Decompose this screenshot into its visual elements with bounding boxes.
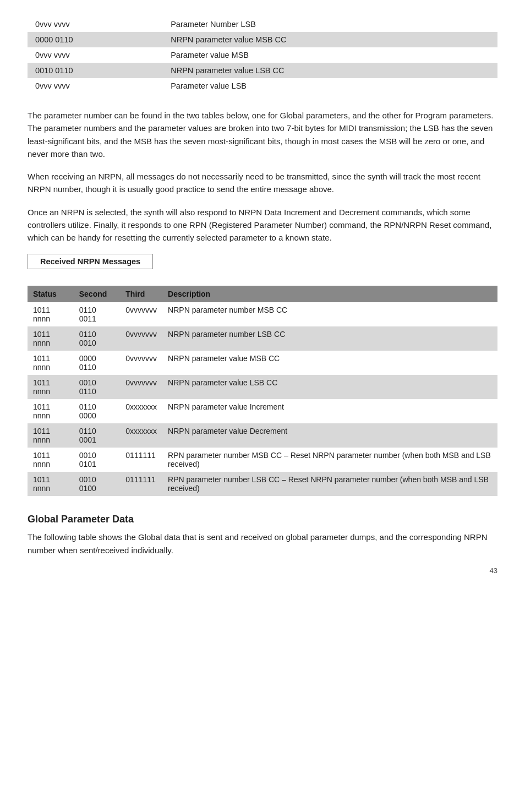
nrpn-cell-second: 0010 0101 — [74, 448, 121, 472]
nrpn-cell-desc: NRPN parameter value Increment — [162, 399, 497, 423]
body-paragraph: Once an NRPN is selected, the synth will… — [28, 206, 497, 244]
nrpn-cell-desc: RPN parameter number LSB CC – Reset NRPN… — [162, 472, 497, 496]
nrpn-cell-status: 1011 nnnn — [28, 472, 74, 496]
nrpn-cell-desc: NRPN parameter value LSB CC — [162, 375, 497, 399]
top-table-col2: NRPN parameter value MSB CC — [163, 32, 497, 47]
nrpn-cell-status: 1011 nnnn — [28, 448, 74, 472]
nrpn-cell-status: 1011 nnnn — [28, 375, 74, 399]
nrpn-cell-desc: NRPN parameter number MSB CC — [162, 302, 497, 326]
top-table-col1: 0000 0110 — [28, 32, 163, 47]
nrpn-cell-second: 0110 0011 — [74, 302, 121, 326]
nrpn-cell-second: 0010 0110 — [74, 375, 121, 399]
nrpn-cell-status: 1011 nnnn — [28, 351, 74, 375]
nrpn-table-row: 1011 nnnn0110 00100vvvvvvvNRPN parameter… — [28, 326, 497, 351]
body-paragraph: The parameter number can be found in the… — [28, 109, 497, 160]
nrpn-cell-status: 1011 nnnn — [28, 326, 74, 351]
nrpn-table-header: Status — [28, 286, 74, 302]
nrpn-cell-third: 0vvvvvvv — [120, 375, 162, 399]
nrpn-table: StatusSecondThirdDescription 1011 nnnn01… — [28, 286, 497, 496]
nrpn-cell-status: 1011 nnnn — [28, 302, 74, 326]
nrpn-cell-status: 1011 nnnn — [28, 399, 74, 423]
top-table-col1: 0vvv vvvv — [28, 17, 163, 32]
nrpn-cell-second: 0010 0100 — [74, 472, 121, 496]
nrpn-table-header: Third — [120, 286, 162, 302]
nrpn-cell-desc: RPN parameter number MSB CC – Reset NRPN… — [162, 448, 497, 472]
top-table-col2: Parameter value MSB — [163, 47, 497, 63]
top-table-col2: NRPN parameter value LSB CC — [163, 63, 497, 78]
nrpn-table-row: 1011 nnnn0110 00010xxxxxxxNRPN parameter… — [28, 423, 497, 448]
top-table-col2: Parameter Number LSB — [163, 17, 497, 32]
nrpn-cell-third: 0vvvvvvv — [120, 351, 162, 375]
top-table-col1: 0010 0110 — [28, 63, 163, 78]
top-table-col1: 0vvv vvvv — [28, 78, 163, 94]
body-paragraph: When receiving an NRPN, all messages do … — [28, 170, 497, 196]
nrpn-table-header: Description — [162, 286, 497, 302]
global-paragraph: The following table shows the Global dat… — [28, 531, 497, 557]
nrpn-cell-third: 0xxxxxxx — [120, 399, 162, 423]
nrpn-table-header: Second — [74, 286, 121, 302]
nrpn-cell-second: 0110 0010 — [74, 326, 121, 351]
nrpn-table-row: 1011 nnnn0110 00110vvvvvvvNRPN parameter… — [28, 302, 497, 326]
nrpn-table-row: 1011 nnnn0110 00000xxxxxxxNRPN parameter… — [28, 399, 497, 423]
page-number: 43 — [28, 566, 497, 575]
nrpn-table-row: 1011 nnnn0000 01100vvvvvvvNRPN parameter… — [28, 351, 497, 375]
nrpn-table-row: 1011 nnnn0010 01010111111RPN parameter n… — [28, 448, 497, 472]
top-table: 0vvv vvvvParameter Number LSB0000 0110NR… — [28, 17, 497, 94]
nrpn-cell-third: 0111111 — [120, 472, 162, 496]
nrpn-table-row: 1011 nnnn0010 01000111111RPN parameter n… — [28, 472, 497, 496]
nrpn-cell-desc: NRPN parameter number LSB CC — [162, 326, 497, 351]
top-table-col1: 0vvv vvvv — [28, 47, 163, 63]
nrpn-cell-third: 0vvvvvvv — [120, 302, 162, 326]
top-table-col2: Parameter value LSB — [163, 78, 497, 94]
nrpn-cell-second: 0110 0001 — [74, 423, 121, 448]
nrpn-table-row: 1011 nnnn0010 01100vvvvvvvNRPN parameter… — [28, 375, 497, 399]
nrpn-cell-third: 0xxxxxxx — [120, 423, 162, 448]
nrpn-cell-third: 0111111 — [120, 448, 162, 472]
nrpn-cell-desc: NRPN parameter value Decrement — [162, 423, 497, 448]
nrpn-section-heading: Received NRPN Messages — [28, 254, 153, 269]
nrpn-cell-third: 0vvvvvvv — [120, 326, 162, 351]
nrpn-cell-second: 0000 0110 — [74, 351, 121, 375]
nrpn-cell-status: 1011 nnnn — [28, 423, 74, 448]
nrpn-cell-desc: NRPN parameter value MSB CC — [162, 351, 497, 375]
nrpn-cell-second: 0110 0000 — [74, 399, 121, 423]
global-section-title: Global Parameter Data — [28, 514, 497, 525]
